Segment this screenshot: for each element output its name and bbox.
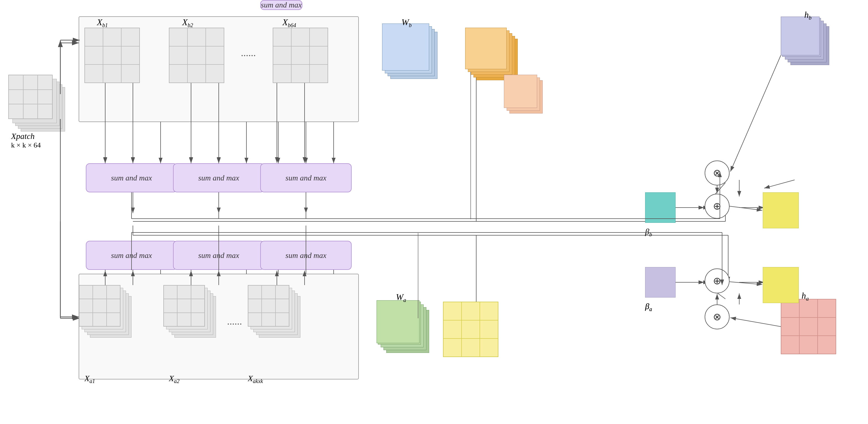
beta-a-block-fix xyxy=(645,267,676,297)
sum-max-top-2: sum and max xyxy=(173,163,265,192)
diagram: Xpatch k × k × 64 Xb1 Xb2 ...... Xb64 Wb… xyxy=(0,0,868,424)
multiply-circle-bottom: ⊗ xyxy=(705,304,730,329)
wb-label: Wb xyxy=(401,17,412,29)
xb1-grid xyxy=(85,28,140,83)
xb2-label: Xb2 xyxy=(182,17,193,29)
sum-max-bot-3: sum and max xyxy=(260,0,302,10)
beta-b-block xyxy=(645,192,676,223)
ha-stack xyxy=(781,299,836,354)
xb64-label: Xb64 xyxy=(282,17,296,29)
hb-label: hb xyxy=(804,10,811,21)
svg-line-39 xyxy=(764,180,795,188)
xpatch-dim-label: k × k × 64 xyxy=(11,141,41,150)
wa-label: Wa xyxy=(396,292,406,303)
dots-bottom: ...... xyxy=(227,316,242,327)
sum-max-bot-3-fix: sum and max xyxy=(260,241,352,270)
ya-big-block xyxy=(443,302,498,357)
add-circle-bottom: ⊕ xyxy=(705,268,730,293)
svg-line-80 xyxy=(730,206,762,210)
xakxk-label: Xakxk xyxy=(248,373,263,384)
sum-max-top-3: sum and max xyxy=(260,163,352,192)
xa1-label: Xa1 xyxy=(85,373,95,384)
xb2-grid xyxy=(169,28,224,83)
svg-line-82 xyxy=(731,55,781,172)
add-circle-top: ⊕ xyxy=(705,194,730,219)
xa2-label: Xa2 xyxy=(169,373,179,384)
beta-a-label-fix: βa xyxy=(645,302,652,313)
sum-max-bot-2: sum and max xyxy=(173,241,265,270)
svg-line-84 xyxy=(730,282,762,285)
multiply-circle-top: ⊗ xyxy=(705,161,730,186)
sum-max-top-1: sum and max xyxy=(86,163,177,192)
xb64-grid xyxy=(273,28,328,83)
sum-max-bot-1: sum and max xyxy=(86,241,177,270)
xpatch-label: Xpatch xyxy=(11,131,35,141)
yellow-output-bottom xyxy=(763,267,799,303)
beta-b-label: βb xyxy=(645,227,652,238)
svg-line-86 xyxy=(731,318,781,327)
dots-top: ...... xyxy=(241,47,256,59)
yellow-output-top xyxy=(763,192,799,228)
ha-label: ha xyxy=(802,291,809,302)
xb1-label: Xb1 xyxy=(97,17,108,29)
